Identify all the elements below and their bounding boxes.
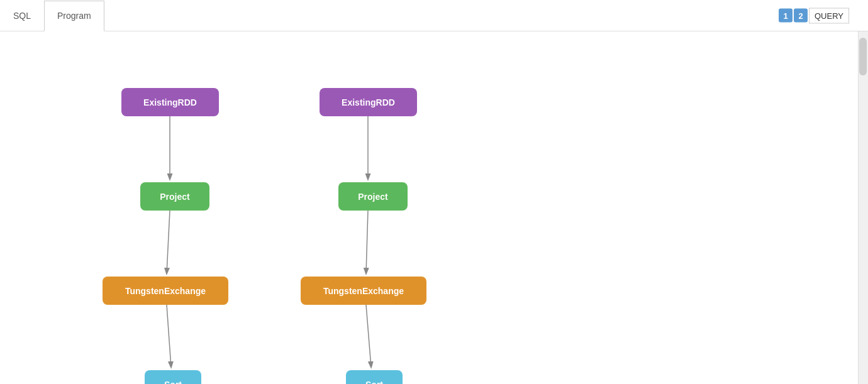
tab-sql[interactable]: SQL bbox=[0, 0, 44, 31]
node-existing-rdd-2[interactable]: ExistingRDD bbox=[320, 88, 417, 116]
scrollbar-track[interactable] bbox=[858, 31, 868, 384]
node-tungsten-1[interactable]: TungstenExchange bbox=[103, 277, 228, 305]
main-content: ExistingRDD Project TungstenExchange Sor… bbox=[0, 31, 868, 384]
node-sort-1[interactable]: Sort bbox=[145, 370, 201, 384]
query-label: QUERY bbox=[809, 8, 849, 23]
arrows-svg bbox=[0, 31, 868, 384]
node-project-2[interactable]: Project bbox=[338, 182, 408, 211]
query-badge: 1 2 QUERY bbox=[779, 8, 849, 23]
diagram-area: ExistingRDD Project TungstenExchange Sor… bbox=[0, 31, 868, 384]
node-existing-rdd-1[interactable]: ExistingRDD bbox=[121, 88, 219, 116]
arrow-n2-2-to-n2-3 bbox=[366, 211, 368, 273]
query-num-1[interactable]: 1 bbox=[779, 9, 793, 23]
tab-program[interactable]: Program bbox=[44, 1, 104, 31]
arrow-n1-2-to-n1-3 bbox=[167, 211, 170, 273]
top-bar: SQL Program 1 2 QUERY bbox=[0, 0, 868, 31]
arrow-n2-3-to-n2-4 bbox=[366, 305, 371, 367]
node-project-1[interactable]: Project bbox=[140, 182, 209, 211]
arrow-n1-3-to-n1-4 bbox=[167, 305, 171, 367]
query-num-2[interactable]: 2 bbox=[794, 9, 808, 23]
node-tungsten-2[interactable]: TungstenExchange bbox=[301, 277, 426, 305]
node-sort-2[interactable]: Sort bbox=[346, 370, 403, 384]
scrollbar-thumb[interactable] bbox=[859, 38, 867, 75]
